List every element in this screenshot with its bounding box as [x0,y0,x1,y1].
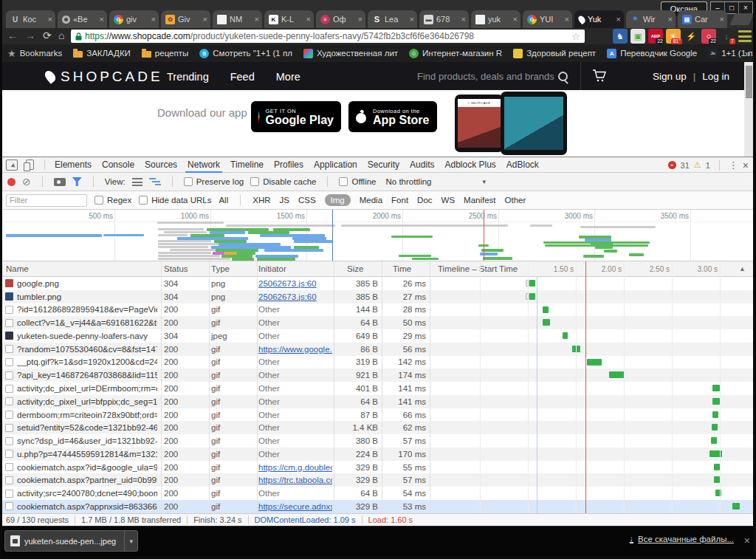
throttling-select[interactable]: No throttling [385,177,431,186]
disable-cache-checkbox[interactable]: Disable cache [250,177,316,186]
table-row[interactable]: activity;dc_pixel_url=bfppix;dc_seg=1448… [0,395,756,408]
view-list-icon[interactable] [132,178,142,186]
bookmark-item[interactable]: Здоровый рецепт [513,49,596,58]
ext-flash-icon[interactable]: ⚡ [684,29,698,44]
col-timeline[interactable]: Timeline – Start Time [438,261,518,277]
table-row[interactable]: u.php?p=474445595912814&m=1321bb92-...20… [0,447,756,461]
browser-tab[interactable]: ▤Car× [678,10,727,28]
tab-close-icon[interactable]: × [616,16,621,24]
warning-count[interactable]: 1 [706,161,710,170]
browser-tab[interactable]: NM× [213,10,262,28]
browser-tab[interactable]: KK-L× [264,10,314,28]
col-type[interactable]: Type [211,261,230,277]
error-count[interactable]: 31 [681,161,690,170]
view-waterfall-icon[interactable] [149,178,161,186]
table-row[interactable]: tumbler.png304png25062673.js:60385 B27 m… [0,290,756,303]
bookmarks-overflow-icon[interactable]: » [745,48,750,59]
new-tab-button[interactable] [729,13,754,25]
cart-icon[interactable] [592,69,608,86]
filter-pill-manifest[interactable]: Manifest [464,196,495,205]
browser-tab[interactable]: Ggiv× [109,10,159,28]
table-row[interactable]: ?id=1612868928959418&ev=PageView&dl=...2… [0,303,756,317]
table-row[interactable]: setuid?entity=52&code=1321bb92-469d-43..… [0,421,756,434]
inspect-element-icon[interactable] [6,160,18,171]
tab-close-icon[interactable]: × [100,16,104,24]
browser-tab[interactable]: GYUI× [523,10,572,28]
table-row[interactable]: ?random=1075530460&cv=8&fst=14713348...2… [0,343,756,356]
col-name[interactable]: Name [6,261,29,277]
initiator-link[interactable]: 25062673.js:60 [258,279,317,288]
devtools-menu-icon[interactable]: ⋮ [729,160,738,171]
tab-close-icon[interactable]: × [513,16,518,24]
bookmark-item[interactable]: Художественная лит [303,49,398,58]
initiator-link[interactable]: 25062673.js:60 [258,292,317,301]
devtools-tab-network[interactable]: Network [182,157,225,173]
table-row[interactable]: activity;src=2400780;dcnet=490;boom=4829… [0,487,756,500]
back-icon[interactable]: ← [7,30,18,41]
devtools-tab-console[interactable]: Console [97,157,140,173]
filter-pill-js[interactable]: JS [280,196,289,205]
reload-icon[interactable]: ⟳ [43,30,52,41]
table-row[interactable]: cookiematch.aspx?id=&google_ula=913071,0… [0,461,756,474]
devtools-tab-profiles[interactable]: Profiles [269,157,309,173]
search-icon[interactable] [558,72,568,81]
table-row[interactable]: __ptq.gif?k=1&sd=1920x1200&cd=24-bit&c..… [0,356,756,369]
download-item-chevron-icon[interactable]: ▾ [124,531,137,551]
initiator-link[interactable]: https://trc.taboola.co... [258,476,332,484]
bookmark-item[interactable]: AПереводчик Google [607,49,697,58]
filter-pill-media[interactable]: Media [360,196,382,205]
nav-feed[interactable]: Feed [230,71,255,83]
bookmark-item[interactable]: SСмотреть "1+1 (1 пл [199,49,292,58]
ext-adblock-plus-icon[interactable]: ABP22 [648,29,663,44]
browser-tab[interactable]: SLea× [368,10,417,28]
tab-close-icon[interactable]: × [48,16,52,24]
col-initiator[interactable]: Initiator [258,261,286,277]
initiator-link[interactable]: https://secure.adnxs.c... [258,502,332,511]
browser-tab[interactable]: ≡Оф× [316,10,365,28]
col-status[interactable]: Status [164,261,188,277]
tab-close-icon[interactable]: × [203,16,207,24]
table-row[interactable]: activity;dc_pixel_url=DErmboom;rm=critin… [0,382,756,395]
bookmark-item[interactable]: ★Bookmarks [7,48,62,59]
browser-tab[interactable]: ✿Giv× [161,10,210,28]
shopcade-logo[interactable]: SHOPCADE [61,69,163,85]
filter-pill-doc[interactable]: Doc [417,196,432,205]
regex-checkbox[interactable]: Regex [94,196,131,205]
devtools-tab-audits[interactable]: Audits [405,157,439,173]
login-link[interactable]: Log in [702,71,729,82]
tab-close-icon[interactable]: × [565,16,569,24]
filter-input[interactable] [6,194,87,207]
filter-pill-font[interactable]: Font [391,196,408,205]
filter-pill-ws[interactable]: WS [441,196,456,205]
table-row[interactable]: cookiematch.aspx?partner_uid=0b9950d8-b1… [0,473,756,487]
tab-close-icon[interactable]: × [255,16,259,24]
clear-icon[interactable]: ⊘ [22,176,31,187]
initiator-link[interactable]: https://cm.g.doublecli... [258,463,332,472]
ext-tab-icon[interactable]: ▣ [630,29,645,44]
filter-pill-all[interactable]: All [219,196,228,205]
devtools-tab-adblock-plus[interactable]: Adblock Plus [439,157,501,173]
bookmark-item[interactable]: ЗАКЛАДКИ [73,49,131,58]
download-item[interactable]: yuketen-suede-pen...jpeg ▾ [4,530,138,552]
filter-icon[interactable] [72,177,82,186]
devtools-close-icon[interactable]: × [743,160,749,171]
tab-close-icon[interactable]: × [668,16,673,24]
google-play-badge[interactable]: GET IT ONGoogle Play [251,101,341,132]
ext-savefrom-icon[interactable]: ↓7 [719,29,734,44]
bookmark-item[interactable]: ☺Интернет-магазин R [409,49,502,58]
home-icon[interactable]: ⌂ [58,30,64,41]
nav-trending[interactable]: Trending [167,71,209,83]
table-row[interactable]: google.png304png25062673.js:60385 B26 ms [0,277,756,290]
network-overview[interactable]: 500 ms1000 ms1500 ms2000 ms2500 ms3000 m… [0,210,756,261]
table-row[interactable]: dermboom;rm=criteoin728x90btf;ord=f4b12.… [0,408,756,422]
tab-close-icon[interactable]: × [306,16,311,24]
url-bar[interactable]: https://www.shopcade.com/product/yuketen… [71,30,585,43]
browser-tab[interactable]: UКос× [6,10,55,28]
site-search-input[interactable]: Find products, deals and brands [417,71,554,82]
table-row[interactable]: collect?v=1&_v=j44&a=691681622&t=page...… [0,316,756,329]
tab-close-icon[interactable]: × [461,16,466,24]
filter-pill-css[interactable]: CSS [298,196,316,205]
app-store-badge[interactable]: Download on theApp Store [348,101,437,132]
col-size[interactable]: Size [347,261,363,277]
offline-checkbox[interactable]: Offline [339,177,376,186]
